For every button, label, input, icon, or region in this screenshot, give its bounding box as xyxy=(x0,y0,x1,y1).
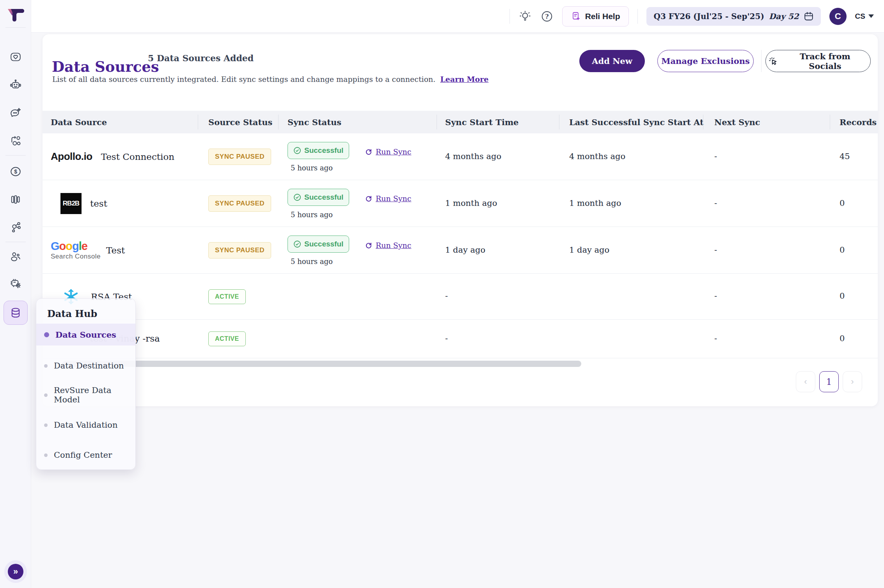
sync-start-value: 1 month ago xyxy=(445,198,497,208)
sidebar-item-data-hub-icon[interactable] xyxy=(4,301,28,325)
horizontal-scrollbar-thumb[interactable] xyxy=(62,361,581,367)
sync-time: 5 hours ago xyxy=(291,257,333,266)
track-from-socials-label: Track from Socials xyxy=(782,51,868,71)
manage-exclusions-button[interactable]: Manage Exclusions xyxy=(657,50,754,72)
sync-start-value: - xyxy=(445,334,448,343)
sidebar-item-revenue-icon[interactable]: $ xyxy=(7,163,24,180)
records-value: 0 xyxy=(840,291,845,301)
page-title: Data Sources xyxy=(52,58,159,75)
next-sync-value: - xyxy=(714,152,717,161)
source-status-badge: SYNC PAUSED xyxy=(208,195,271,212)
header-divider xyxy=(703,115,703,129)
col-records: Records xyxy=(840,111,877,133)
rb2b-logo: RB2B xyxy=(60,193,82,214)
sidebar: $ » xyxy=(0,0,31,588)
sync-start-value: - xyxy=(445,291,448,301)
table-row[interactable]: test - vinay -rsa ACTIVE - - 0 xyxy=(43,320,878,358)
col-data-source: Data Source xyxy=(51,111,107,133)
avatar[interactable]: C xyxy=(829,8,847,25)
check-circle-icon xyxy=(293,240,301,248)
bullet-dot-icon xyxy=(44,332,49,337)
run-sync-link[interactable]: Run Sync xyxy=(365,241,411,250)
flyout-item-label: RevSure Data Model xyxy=(54,386,135,404)
sources-count: 5 Data Sources Added xyxy=(148,53,254,63)
sidebar-expand-toggle[interactable]: » xyxy=(8,564,23,579)
header-divider xyxy=(198,115,198,129)
last-success-value: 1 month ago xyxy=(569,198,621,208)
flyout-item-data-sources[interactable]: Data Sources xyxy=(36,324,135,345)
sync-status-badge: Successful xyxy=(288,142,349,159)
source-status-badge: ACTIVE xyxy=(208,289,246,304)
help-question-icon[interactable]: ? xyxy=(540,10,554,23)
sidebar-item-chat-ai-icon[interactable] xyxy=(7,104,24,122)
next-sync-value: - xyxy=(714,334,717,343)
col-sync-start: Sync Start Time xyxy=(445,111,518,133)
sidebar-item-graph-icon[interactable] xyxy=(7,218,24,236)
svg-text:?: ? xyxy=(545,12,549,20)
col-last-success: Last Successful Sync Start At xyxy=(569,111,704,133)
sidebar-divider xyxy=(5,242,26,242)
idea-lightbulb-icon[interactable] xyxy=(518,10,532,23)
flyout-item-config-center[interactable]: Config Center xyxy=(36,444,135,466)
flyout-item-label: Data Validation xyxy=(54,420,117,430)
run-sync-link[interactable]: Run Sync xyxy=(365,194,411,203)
user-initials: CS xyxy=(855,12,865,21)
source-status-badge: SYNC PAUSED xyxy=(208,242,271,259)
calendar-icon xyxy=(804,11,814,21)
next-sync-value: - xyxy=(714,291,717,301)
check-circle-icon xyxy=(293,193,301,201)
records-value: 0 xyxy=(840,245,845,255)
pagination-next-button[interactable]: › xyxy=(843,371,862,392)
track-from-socials-button[interactable]: Track from Socials xyxy=(765,50,871,72)
revsure-logo-icon[interactable] xyxy=(5,6,26,24)
sidebar-item-bot-icon[interactable] xyxy=(7,76,24,94)
sidebar-item-funnel-columns-icon[interactable] xyxy=(7,191,24,208)
add-new-button[interactable]: Add New xyxy=(579,50,645,72)
flyout-item-label: Config Center xyxy=(54,450,112,460)
header-divider xyxy=(830,115,830,129)
run-sync-link[interactable]: Run Sync xyxy=(365,147,411,156)
table-row[interactable]: RB2B test SYNC PAUSED Successful 5 hours… xyxy=(43,180,878,227)
user-menu[interactable]: CS xyxy=(855,12,874,21)
page-description: List of all data sources currently integ… xyxy=(52,75,488,83)
quarter-day-label: Day 52 xyxy=(769,12,799,21)
col-sync-status: Sync Status xyxy=(288,111,341,133)
google-search-console-logo: Google Search Console xyxy=(51,241,101,260)
sync-status-badge: Successful xyxy=(288,189,349,206)
reli-help-button[interactable]: Reli Help xyxy=(562,6,629,27)
sidebar-item-config-chip-icon[interactable] xyxy=(7,275,24,292)
flyout-item-label: Data Destination xyxy=(54,361,124,370)
table-row[interactable]: Google Search Console Test SYNC PAUSED S… xyxy=(43,227,878,274)
table-row[interactable]: RSA Test ACTIVE - - 0 xyxy=(43,274,878,320)
pagination-page-1[interactable]: 1 xyxy=(819,371,839,392)
sync-status-label: Successful xyxy=(304,240,343,248)
source-name: Test Connection xyxy=(101,152,174,162)
col-source-status: Source Status xyxy=(208,111,272,133)
sync-status-label: Successful xyxy=(304,193,343,202)
sidebar-divider xyxy=(5,27,26,28)
flyout-item-revsure-data-model[interactable]: RevSure Data Model xyxy=(36,384,135,406)
description-text: List of all data sources currently integ… xyxy=(52,75,435,83)
bullet-dot-icon xyxy=(44,423,48,427)
sidebar-divider xyxy=(5,155,26,156)
header-divider xyxy=(278,115,279,129)
click-cursor-icon xyxy=(768,56,778,66)
pagination-prev-button[interactable]: ‹ xyxy=(796,371,815,392)
data-sources-card: Data Sources 5 Data Sources Added List o… xyxy=(43,34,878,406)
flyout-item-data-validation[interactable]: Data Validation xyxy=(36,414,135,436)
last-success-value: 4 months ago xyxy=(569,152,625,161)
learn-more-link[interactable]: Learn More xyxy=(440,75,488,83)
sidebar-item-share-flow-icon[interactable] xyxy=(7,132,24,149)
next-sync-value: - xyxy=(714,245,717,255)
flyout-item-data-destination[interactable]: Data Destination xyxy=(36,355,135,377)
run-sync-label: Run Sync xyxy=(376,241,411,250)
sidebar-item-audience-icon[interactable] xyxy=(7,248,24,265)
sync-status-badge: Successful xyxy=(288,236,349,253)
reli-help-label: Reli Help xyxy=(585,12,620,21)
source-status-badge: SYNC PAUSED xyxy=(208,149,271,165)
table-header-row: Data Source Source Status Sync Status Sy… xyxy=(43,111,878,133)
bullet-dot-icon xyxy=(44,393,48,397)
table-row[interactable]: Apollo.io Test Connection SYNC PAUSED Su… xyxy=(43,133,878,180)
quarter-selector[interactable]: Q3 FY26 (Jul'25 - Sep'25) Day 52 xyxy=(646,7,820,26)
sidebar-item-health-icon[interactable] xyxy=(7,48,24,66)
